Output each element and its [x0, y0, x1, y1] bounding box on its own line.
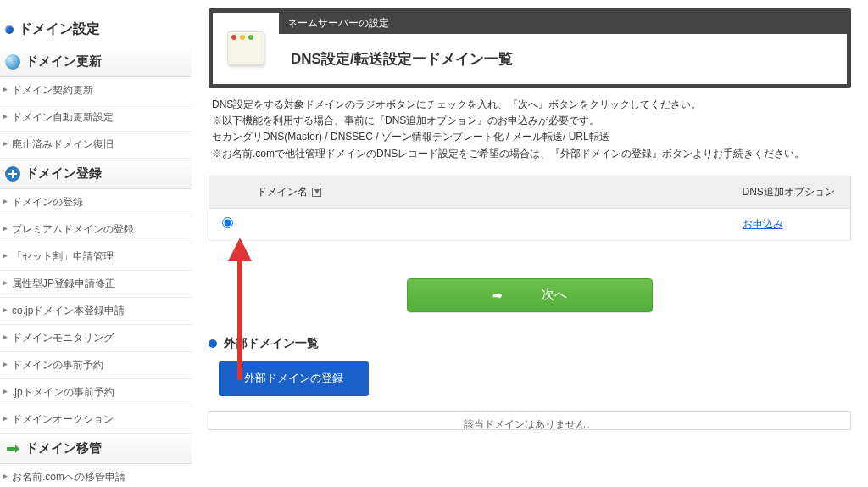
- desc-line: ※お名前.comで他社管理ドメインのDNSレコード設定をご希望の場合は、『外部ド…: [212, 146, 848, 162]
- desc-line: DNS設定をする対象ドメインのラジオボタンにチェックを入れ、『次へ』ボタンをクリ…: [212, 97, 848, 113]
- sidebar-item-register-domain[interactable]: ドメインの登録: [0, 189, 192, 216]
- sidebar-item-restore[interactable]: 廃止済みドメイン復旧: [0, 132, 192, 159]
- main-content: ネームサーバーの設定 DNS設定/転送設定ードメイン一覧 DNS設定をする対象ド…: [192, 0, 868, 487]
- panel-icon: [213, 13, 279, 84]
- col-select: [209, 176, 247, 208]
- external-empty-box: 該当ドメインはありません。: [209, 411, 851, 430]
- page-panel: ネームサーバーの設定 DNS設定/転送設定ードメイン一覧: [209, 8, 851, 88]
- sidebar-item-auto-renew[interactable]: ドメイン自動更新設定: [0, 104, 192, 132]
- col-dns-option: DNS追加オプション: [732, 176, 851, 208]
- external-heading: 外部ドメイン一覧: [209, 336, 851, 351]
- register-external-button[interactable]: 外部ドメインの登録: [219, 361, 369, 396]
- col-domain[interactable]: ドメイン名: [247, 176, 732, 208]
- sidebar-section-register: ドメイン登録 ドメインの登録 プレミアムドメインの登録 「セット割」申請管理 属…: [0, 159, 192, 434]
- domain-name-cell: [247, 208, 732, 240]
- section-header-register[interactable]: ドメイン登録: [0, 159, 192, 189]
- sidebar-item-transfer-in[interactable]: お名前.comへの移管申請: [0, 464, 192, 487]
- sidebar-item-cojp-register[interactable]: co.jpドメイン本登録申請: [0, 298, 192, 325]
- sidebar-item-jp-prereserve[interactable]: .jpドメインの事前予約: [0, 379, 192, 406]
- section-header-transfer[interactable]: ドメイン移管: [0, 434, 192, 464]
- domain-radio[interactable]: [222, 217, 233, 228]
- panel-bar: ネームサーバーの設定: [279, 13, 847, 34]
- section-label: ドメイン移管: [25, 440, 102, 456]
- next-button-label: 次へ: [542, 287, 567, 303]
- arrows-transfer-icon: [5, 441, 20, 456]
- sidebar-title: ドメイン設定: [0, 17, 192, 47]
- sidebar-item-prereserve[interactable]: ドメインの事前予約: [0, 352, 192, 379]
- external-heading-text: 外部ドメイン一覧: [224, 336, 319, 351]
- sidebar-section-update: ドメイン更新 ドメイン契約更新 ドメイン自動更新設定 廃止済みドメイン復旧: [0, 47, 192, 159]
- note-icon: [227, 31, 264, 65]
- sidebar-item-jp-attr-fix[interactable]: 属性型JP登録申請修正: [0, 271, 192, 298]
- desc-line: セカンダリDNS(Master) / DNSSEC / ゾーン情報テンプレート化…: [212, 129, 848, 145]
- sidebar: ドメイン設定 ドメイン更新 ドメイン契約更新 ドメイン自動更新設定 廃止済みドメ…: [0, 0, 192, 487]
- next-button[interactable]: ➡ 次へ: [407, 278, 653, 312]
- domain-table: ドメイン名 DNS追加オプション お申込み: [209, 176, 851, 241]
- section-label: ドメイン更新: [25, 53, 102, 70]
- plus-circle-icon: [5, 166, 20, 182]
- sidebar-section-transfer: ドメイン移管 お名前.comへの移管申請 お名前.comへの移管状況確認 他社へ…: [0, 434, 192, 487]
- sort-desc-icon[interactable]: [312, 188, 321, 197]
- section-header-update[interactable]: ドメイン更新: [0, 47, 192, 77]
- col-domain-label: ドメイン名: [257, 186, 308, 198]
- sidebar-item-monitoring[interactable]: ドメインモニタリング: [0, 325, 192, 352]
- section-label: ドメイン登録: [25, 165, 102, 182]
- sidebar-item-premium-register[interactable]: プレミアムドメインの登録: [0, 216, 192, 244]
- arrow-right-icon: ➡: [492, 288, 503, 302]
- dot-icon: [5, 25, 14, 34]
- dot-icon: [209, 339, 217, 348]
- table-row: お申込み: [209, 208, 851, 240]
- panel-heading: DNS設定/転送設定ードメイン一覧: [279, 34, 847, 84]
- sidebar-item-auction[interactable]: ドメインオークション: [0, 406, 192, 434]
- apply-link[interactable]: お申込み: [743, 218, 783, 230]
- sidebar-title-text: ドメイン設定: [19, 20, 100, 38]
- page-description: DNS設定をする対象ドメインのラジオボタンにチェックを入れ、『次へ』ボタンをクリ…: [209, 97, 851, 162]
- sidebar-item-renew-contract[interactable]: ドメイン契約更新: [0, 77, 192, 104]
- globe-icon: [5, 54, 20, 70]
- desc-line: ※以下機能を利用する場合、事前に『DNS追加オプション』のお申込みが必要です。: [212, 113, 848, 129]
- sidebar-item-setwari[interactable]: 「セット割」申請管理: [0, 244, 192, 271]
